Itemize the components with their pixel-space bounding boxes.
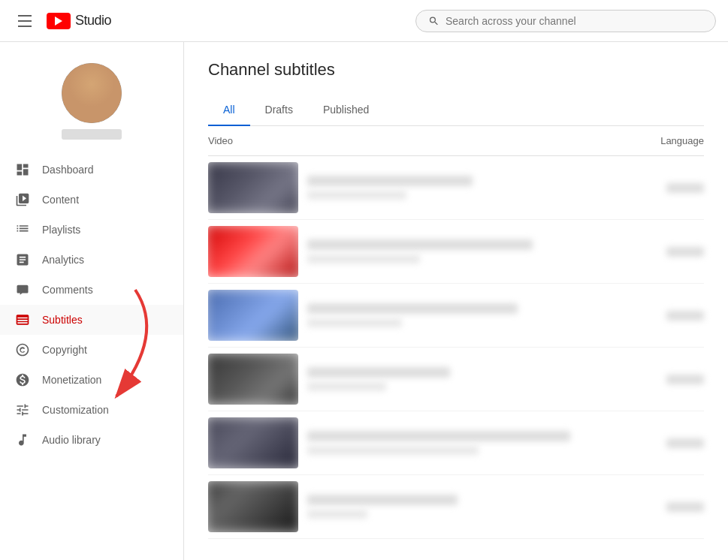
video-info (307, 176, 473, 200)
monetization-icon (15, 372, 30, 387)
video-info (307, 495, 458, 519)
sidebar-item-copyright[interactable]: Copyright (0, 335, 183, 365)
playlists-label: Playlists (42, 224, 80, 236)
video-thumbnail (208, 162, 298, 213)
video-info (307, 303, 518, 327)
sidebar-item-dashboard[interactable]: Dashboard (0, 155, 183, 185)
sidebar-item-analytics[interactable]: Analytics (0, 245, 183, 275)
search-bar[interactable] (415, 10, 716, 32)
video-title (307, 239, 533, 250)
video-title (307, 176, 473, 186)
video-subtitle (307, 446, 479, 455)
search-input[interactable] (446, 15, 703, 27)
sidebar-item-monetization[interactable]: Monetization (0, 365, 183, 395)
studio-label: Studio (75, 13, 111, 29)
video-info (307, 367, 450, 391)
content-icon (15, 192, 30, 207)
playlists-icon (15, 222, 30, 237)
customization-label: Customization (42, 404, 109, 416)
analytics-icon (15, 252, 30, 267)
subtitles-icon (15, 312, 30, 327)
language-value (666, 183, 704, 193)
sidebar-nav: Dashboard Content Playlists Analytics (0, 155, 183, 455)
sidebar: Dashboard Content Playlists Analytics (0, 42, 184, 560)
sidebar-item-content[interactable]: Content (0, 185, 183, 215)
language-value (666, 502, 704, 512)
column-header-video: Video (208, 135, 614, 146)
tabs: All Drafts Published (208, 95, 704, 126)
search-icon (428, 15, 440, 27)
sidebar-item-audio-library[interactable]: Audio library (0, 425, 183, 455)
page-title: Channel subtitles (208, 60, 704, 80)
video-title (307, 303, 518, 314)
video-subtitle (307, 191, 406, 200)
table-row[interactable] (208, 284, 704, 348)
avatar-section (0, 51, 183, 155)
video-subtitle (307, 318, 402, 327)
video-title (307, 431, 570, 441)
copyright-label: Copyright (42, 344, 87, 356)
audio-icon (15, 432, 30, 447)
video-title (307, 367, 450, 378)
language-value (666, 375, 704, 384)
video-left (208, 226, 666, 277)
table-row[interactable] (208, 411, 704, 475)
video-subtitle (307, 382, 386, 391)
video-list (208, 156, 704, 539)
language-value (666, 438, 704, 448)
video-thumbnail (208, 354, 298, 405)
tab-drafts[interactable]: Drafts (250, 95, 308, 126)
video-info (307, 239, 533, 263)
subtitles-label: Subtitles (42, 314, 83, 326)
table-header: Video Language (208, 126, 704, 156)
hamburger-button[interactable] (12, 9, 38, 33)
video-title (307, 495, 458, 505)
video-left (208, 417, 666, 468)
sidebar-item-subtitles[interactable]: Subtitles (0, 305, 183, 335)
video-subtitle (307, 510, 367, 519)
video-subtitle (307, 254, 420, 263)
sidebar-item-comments[interactable]: Comments (0, 275, 183, 305)
customization-icon (15, 402, 30, 417)
copyright-icon (15, 342, 30, 357)
header: Studio (0, 0, 728, 42)
layout: Dashboard Content Playlists Analytics (0, 42, 728, 560)
sidebar-item-customization[interactable]: Customization (0, 395, 183, 425)
comments-label: Comments (42, 284, 93, 296)
video-left (208, 354, 666, 405)
video-info (307, 431, 570, 455)
table-row[interactable] (208, 156, 704, 220)
header-left: Studio (12, 9, 111, 33)
logo[interactable]: Studio (47, 13, 111, 29)
avatar[interactable] (62, 63, 122, 123)
content-label: Content (42, 194, 79, 206)
youtube-logo-icon (47, 13, 71, 29)
language-value (666, 311, 704, 321)
sidebar-item-playlists[interactable]: Playlists (0, 215, 183, 245)
dashboard-label: Dashboard (42, 164, 94, 176)
video-thumbnail (208, 417, 298, 468)
tab-all[interactable]: All (208, 95, 250, 126)
video-thumbnail (208, 481, 298, 532)
column-header-language: Language (614, 135, 704, 146)
tab-published[interactable]: Published (308, 95, 385, 126)
channel-name (62, 129, 122, 140)
video-thumbnail (208, 226, 298, 277)
video-thumbnail (208, 290, 298, 341)
analytics-label: Analytics (42, 254, 84, 266)
avatar-image (62, 63, 122, 123)
dashboard-icon (15, 162, 30, 177)
monetization-label: Monetization (42, 374, 101, 386)
audio-library-label: Audio library (42, 434, 101, 446)
table-row[interactable] (208, 475, 704, 539)
table-row[interactable] (208, 348, 704, 411)
comments-icon (15, 282, 30, 297)
video-left (208, 290, 666, 341)
language-value (666, 247, 704, 257)
video-left (208, 162, 666, 213)
main-content: Channel subtitles All Drafts Published V… (184, 42, 728, 560)
video-left (208, 481, 666, 532)
table-row[interactable] (208, 220, 704, 284)
